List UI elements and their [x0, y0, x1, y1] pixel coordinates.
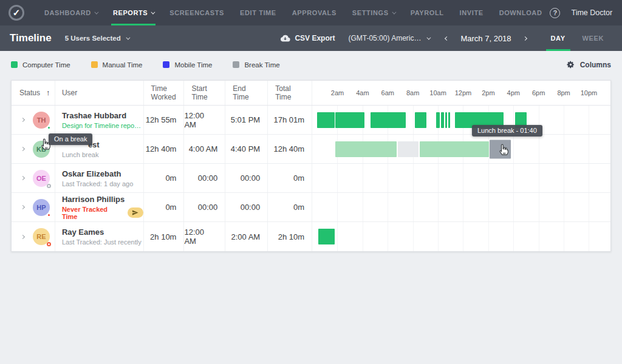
axis-tick-label: 2am [331, 89, 344, 96]
nav-item-download[interactable]: DOWNLOAD [491, 0, 550, 25]
timeline-bar-segment[interactable] [318, 229, 335, 244]
time-worked-value: 12h 55m [144, 106, 185, 134]
timeline-gridline [589, 106, 589, 134]
chevron-down-icon [126, 35, 130, 39]
nav-item-payroll[interactable]: PAYROLL [403, 0, 452, 25]
user-avatar[interactable]: HP [33, 199, 50, 216]
column-header-time-worked[interactable]: Time Worked [144, 81, 185, 105]
timeline-bar-segment[interactable] [415, 112, 426, 128]
status-header-label: Status [19, 89, 40, 97]
user-name[interactable]: Oskar Elizebath [62, 169, 143, 178]
timeline-bar-segment[interactable] [335, 141, 397, 157]
nav-item-dashboard[interactable]: DASHBOARD [36, 0, 105, 25]
user-name[interactable]: Trashae Hubbard [62, 111, 143, 120]
nav-item-edit-time[interactable]: EDIT TIME [232, 0, 284, 25]
help-icon[interactable]: ? [550, 8, 560, 18]
total-time-value: 12h 40m [268, 135, 312, 163]
legend-label: Computer Time [22, 61, 70, 69]
user-avatar[interactable]: TH [33, 112, 50, 129]
timeline-gridline [513, 164, 514, 192]
nav-item-reports[interactable]: REPORTS [105, 0, 162, 25]
next-day-button[interactable] [521, 35, 529, 42]
timeline-bar-segment[interactable] [441, 112, 444, 128]
timezone-dropdown[interactable]: (GMT-05:00) Americ… [348, 34, 429, 42]
chevron-down-icon [392, 10, 396, 14]
report-toolbar: Timeline 5 Users Selected CSV Export (GM… [0, 25, 622, 51]
expand-row-icon[interactable] [19, 175, 26, 181]
expand-row-icon[interactable] [19, 116, 26, 123]
tab-week[interactable]: WEEK [574, 25, 612, 51]
timeline-gridline [589, 164, 589, 192]
chevron-down-icon [151, 10, 156, 14]
column-header-start-time[interactable]: Start Time [184, 81, 225, 105]
timeline-gridline [513, 222, 514, 251]
tab-day[interactable]: DAY [542, 25, 574, 51]
expand-row-icon[interactable] [19, 146, 26, 152]
csv-export-button[interactable]: CSV Export [280, 34, 335, 42]
users-selected-label: 5 Users Selected [65, 35, 121, 42]
timeline-bar-segment[interactable] [436, 112, 440, 128]
legend-label: Mobile Time [174, 61, 212, 69]
nav-item-invite[interactable]: INVITE [452, 0, 491, 25]
nav-item-approvals[interactable]: APPROVALS [284, 0, 344, 25]
timeline-gridline [564, 135, 564, 163]
nav-item-label: REPORTS [113, 9, 148, 16]
prev-day-button[interactable] [443, 35, 451, 42]
timeline-bar-segment[interactable] [371, 112, 406, 128]
chevron-down-icon [94, 10, 98, 14]
users-selected-dropdown[interactable]: 5 Users Selected [65, 35, 129, 42]
timeline-gridline [539, 193, 539, 221]
timeline-bar-segment[interactable] [317, 112, 335, 128]
nav-right: ? Time Doctor Saso Markoski SM [550, 4, 622, 21]
user-name[interactable]: Ray Eames [62, 228, 143, 237]
nav-item-screencasts[interactable]: SCREENCASTS [162, 0, 232, 25]
column-header-end-time[interactable]: End Time [225, 81, 268, 105]
expand-row-icon[interactable] [19, 234, 26, 240]
column-header-user[interactable]: User [55, 81, 144, 105]
user-avatar[interactable]: RE [33, 228, 50, 245]
timeline-track [312, 222, 610, 251]
column-header-total-time[interactable]: Total Time [268, 81, 312, 105]
end-time-value: 2:00 AM [225, 222, 268, 251]
user-name[interactable]: Harrison Phillips [62, 195, 143, 204]
legend-items: Computer TimeManual TimeMobile TimeBreak… [11, 61, 301, 69]
axis-tick-label: 6pm [532, 89, 545, 96]
expand-row-icon[interactable] [19, 204, 26, 211]
column-header-status[interactable]: Status ↑ [12, 81, 55, 105]
user-subtext: Last Tracked: Just recently [62, 238, 143, 246]
table-row: RERay EamesLast Tracked: Just recently2h… [12, 222, 610, 251]
brand-link[interactable]: Time Doctor [571, 8, 612, 17]
send-icon [132, 209, 138, 216]
nav-item-settings[interactable]: SETTINGS [344, 0, 403, 25]
send-reminder-button[interactable] [128, 207, 143, 218]
status-cell: RE [12, 222, 55, 251]
nav-item-label: APPROVALS [292, 9, 337, 16]
table-row: HPHarrison PhillipsNever Tracked Time0m0… [12, 193, 610, 222]
axis-tick-label: 6am [381, 89, 394, 96]
status-cell: TH [12, 106, 55, 134]
user-subtext: Design for Timeline repo… [62, 122, 143, 129]
nav-item-label: DASHBOARD [44, 9, 91, 16]
timeline-gridline [564, 222, 564, 251]
start-time-value: 00:00 [184, 193, 225, 221]
legend-swatch-icon [233, 61, 239, 68]
user-avatar[interactable]: OE [33, 170, 50, 187]
timeline-gridline [513, 193, 514, 221]
timeline-bar-segment[interactable] [398, 141, 419, 157]
user-subtext: Last Tracked: 1 day ago [62, 180, 143, 187]
user-subtext-label: Never Tracked Time [62, 206, 123, 220]
legend-item-mobile-time: Mobile Time [163, 61, 212, 69]
legend-swatch-icon [91, 61, 98, 68]
timeline-bar-segment[interactable] [420, 141, 489, 157]
timeline-bar-segment[interactable] [335, 112, 364, 128]
status-dot [47, 184, 51, 188]
timedoctor-logo-icon[interactable]: ✓ [9, 5, 24, 21]
timeline-bar-segment[interactable] [448, 112, 450, 128]
timeline-bar-segment[interactable] [445, 112, 447, 128]
columns-button[interactable]: Columns [566, 60, 611, 69]
nav-item-label: EDIT TIME [240, 9, 276, 16]
timeline-gridline [413, 222, 414, 251]
table-row: OEOskar ElizebathLast Tracked: 1 day ago… [12, 164, 610, 193]
user-subtext-label[interactable]: Design for Timeline repo… [62, 122, 141, 129]
bar-tooltip: Lunch break - 01:40 [472, 125, 542, 136]
